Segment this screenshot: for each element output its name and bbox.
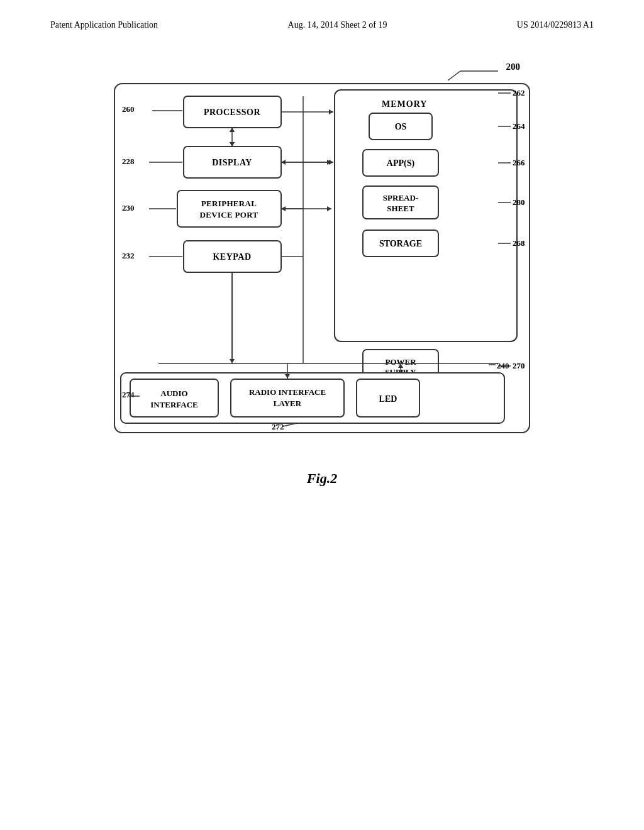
svg-text:264: 264 [513,121,525,131]
svg-text:260: 260 [122,104,135,114]
header-publication-type: Patent Application Publication [50,20,158,30]
ref-200-arrow [108,62,536,80]
svg-text:PROCESSOR: PROCESSOR [204,108,260,117]
svg-text:INTERFACE: INTERFACE [150,400,198,409]
svg-text:KEYPAD: KEYPAD [213,252,251,262]
page-header: Patent Application Publication Aug. 14, … [0,0,644,43]
header-date-sheet: Aug. 14, 2014 Sheet 2 of 19 [288,20,387,30]
svg-rect-72 [231,379,344,417]
figure-caption: Fig.2 [0,470,644,487]
svg-text:RADIO INTERFACE: RADIO INTERFACE [249,387,326,397]
svg-text:SHEET: SHEET [387,204,414,213]
svg-text:266: 266 [513,158,525,167]
svg-text:DISPLAY: DISPLAY [212,158,252,167]
svg-rect-43 [177,191,281,227]
main-diagram-svg: MEMORY 262 OS 264 APP(S) 266 SPREAD- SHE… [108,80,536,445]
svg-text:SPREAD-: SPREAD- [383,193,418,202]
svg-text:228: 228 [122,157,135,166]
svg-text:240: 240 [497,361,509,370]
svg-text:STORAGE: STORAGE [379,239,422,248]
svg-text:OS: OS [395,122,407,131]
diagram-container: 200 MEMORY 262 OS 264 APP(S) 266 SPREAD- [108,62,536,445]
svg-text:LED: LED [379,394,397,404]
svg-text:272: 272 [272,422,284,431]
svg-text:232: 232 [122,251,135,260]
svg-rect-69 [130,379,218,417]
svg-text:262: 262 [513,88,525,97]
svg-text:274: 274 [122,390,135,399]
svg-text:APP(S): APP(S) [387,158,415,169]
svg-text:280: 280 [513,197,525,207]
svg-line-1 [448,71,460,80]
svg-text:PERIPHERAL: PERIPHERAL [201,199,257,208]
svg-text:LAYER: LAYER [274,399,302,408]
svg-text:270: 270 [513,361,525,370]
svg-text:AUDIO: AUDIO [160,389,187,398]
svg-text:DEVICE PORT: DEVICE PORT [200,210,258,219]
svg-rect-15 [363,186,438,219]
svg-text:230: 230 [122,203,135,213]
svg-text:268: 268 [513,238,525,248]
header-patent-number: US 2014/0229813 A1 [517,20,594,30]
svg-text:MEMORY: MEMORY [382,99,427,109]
